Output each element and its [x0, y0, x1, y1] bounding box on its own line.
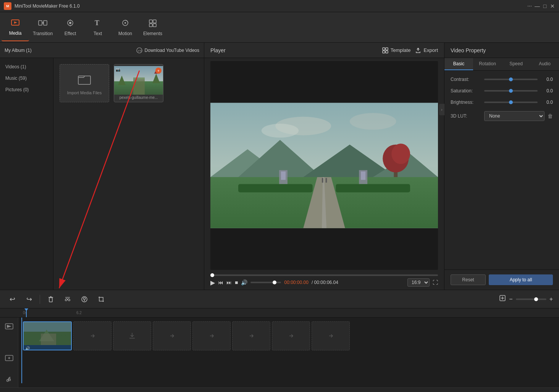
property-tabs: Basic Rotation Speed Audio [444, 58, 559, 71]
minimize-button[interactable]: — [535, 3, 540, 9]
contrast-slider[interactable] [484, 79, 538, 80]
transition-slot-5[interactable] [232, 321, 270, 350]
brightness-slider[interactable] [484, 102, 538, 103]
delete-button[interactable] [45, 293, 57, 305]
download-icon-slot [128, 331, 137, 340]
transition-slot-1[interactable] [73, 321, 111, 350]
zoom-thumb [534, 297, 538, 301]
fullscreen-button[interactable]: ⛶ [433, 279, 438, 286]
brightness-label: Brightness: [451, 100, 481, 105]
zoom-fit-button[interactable] [499, 295, 506, 303]
property-content: Contrast: 0.0 Saturation: 0.0 Bright [444, 71, 559, 269]
playback-timeline[interactable] [210, 274, 438, 276]
export-label: Export [423, 47, 438, 53]
tab-basic[interactable]: Basic [444, 58, 473, 70]
reset-button[interactable]: Reset [451, 274, 486, 285]
media-grid: Import Media Files [53, 58, 204, 290]
apply-all-button[interactable]: Apply to all [489, 274, 553, 285]
zoom-fit-icon [499, 295, 506, 302]
music-track-label [5, 374, 13, 384]
svg-rect-71 [41, 334, 56, 345]
add-track-button[interactable] [5, 354, 13, 363]
prev-frame-button[interactable]: ⏮ [218, 279, 223, 286]
svg-rect-26 [386, 48, 388, 50]
cut-button[interactable] [61, 293, 74, 305]
svg-marker-1 [14, 21, 17, 24]
volume-button[interactable]: 🔊 [241, 279, 247, 286]
export-button[interactable]: Export [415, 47, 438, 53]
app-title: MiniTool MovieMaker Free 6.1.0 [15, 3, 527, 9]
transition-slot-6[interactable] [272, 321, 310, 350]
tab-audio[interactable]: Audio [530, 58, 559, 70]
toolbar-item-transition[interactable]: Transition [29, 14, 57, 41]
video-media-item[interactable]: 📷 + pexels-guillaume-me... [114, 64, 163, 102]
crop-button[interactable] [95, 293, 107, 305]
video-clip-item[interactable]: 🔊 [23, 321, 72, 350]
saturation-label: Saturation: [451, 88, 481, 94]
transition-slot-7[interactable] [312, 321, 350, 350]
undo-button[interactable]: ↩ [6, 293, 18, 305]
zoom-in-button[interactable]: + [549, 296, 553, 303]
saturation-slider[interactable] [484, 90, 538, 92]
toolbar-item-motion[interactable]: Motion [111, 14, 139, 41]
saturation-value: 0.0 [541, 88, 553, 94]
toolbar-item-text[interactable]: T Text [84, 14, 111, 41]
zoom-slider[interactable] [516, 298, 546, 300]
tab-rotation[interactable]: Rotation [473, 58, 502, 70]
transition-slot-4[interactable] [192, 321, 231, 350]
tab-speed[interactable]: Speed [502, 58, 530, 70]
svg-rect-48 [281, 171, 286, 180]
player-controls-bar: ▶ ⏮ ⏭ ■ 🔊 00:00:00.00 / 00:00:06.04 16:9… [204, 273, 444, 290]
lut-label: 3D LUT: [451, 113, 481, 119]
redo-button[interactable]: ↪ [23, 293, 35, 305]
svg-rect-13 [149, 24, 152, 27]
svg-marker-61 [7, 325, 11, 328]
toolbar-item-effect[interactable]: Effect [57, 14, 84, 41]
close-button[interactable]: ✕ [550, 3, 555, 9]
aspect-ratio-select[interactable]: 16:9 9:16 1:1 4:3 [407, 278, 430, 287]
volume-thumb [273, 281, 276, 284]
sidebar-item-music[interactable]: Music (59) [0, 73, 53, 84]
toolbar-item-elements[interactable]: Elements [139, 14, 166, 41]
music-track-icon [5, 374, 13, 382]
volume-slider[interactable] [250, 282, 281, 283]
window-controls[interactable]: ⋯ — □ ✕ [527, 3, 555, 9]
svg-point-10 [124, 22, 126, 24]
sidebar-item-videos[interactable]: Videos (1) [0, 61, 53, 73]
toolbar-item-media[interactable]: Media [2, 14, 29, 41]
audio-detach-button[interactable] [78, 293, 90, 305]
ruler-playhead [26, 308, 27, 317]
contrast-thumb [509, 77, 513, 81]
lut-delete-button[interactable]: 🗑 [548, 113, 553, 119]
brightness-row: Brightness: 0.0 [451, 100, 553, 105]
import-media-item[interactable]: Import Media Files [60, 64, 109, 102]
sidebar-item-pictures[interactable]: Pictures (0) [0, 84, 53, 95]
video-track: 🔊 [23, 321, 559, 351]
svg-rect-25 [383, 48, 385, 50]
effect-label: Effect [65, 31, 76, 36]
stop-button[interactable]: ■ [235, 279, 238, 286]
transition-slot-2[interactable] [113, 321, 151, 350]
next-frame-button[interactable]: ⏭ [226, 279, 232, 286]
playback-thumb[interactable] [210, 273, 214, 277]
lut-select[interactable]: None [484, 111, 544, 121]
zoom-out-button[interactable]: − [509, 296, 512, 303]
play-button[interactable]: ▶ [210, 279, 215, 286]
panel-collapse-handle[interactable]: › [439, 104, 444, 115]
contrast-value: 0.0 [541, 77, 553, 82]
svg-rect-45 [322, 178, 323, 182]
template-button[interactable]: Template [382, 47, 411, 53]
download-youtube-button[interactable]: YT Download YouTube Videos [136, 47, 199, 53]
transition-slot-3[interactable] [153, 321, 191, 350]
svg-point-66 [8, 379, 10, 381]
menu-icon[interactable]: ⋯ [527, 3, 532, 9]
ruler-playhead-triangle [24, 308, 28, 311]
maximize-button[interactable]: □ [542, 3, 548, 9]
svg-text:T: T [95, 19, 99, 27]
add-to-timeline-badge[interactable]: + [155, 68, 162, 74]
svg-rect-11 [149, 20, 152, 23]
timeline-scrollbar[interactable] [0, 387, 559, 392]
elements-icon [148, 19, 157, 29]
current-time: 00:00:00.00 [284, 280, 308, 285]
zoom-controls: − + [499, 295, 553, 303]
